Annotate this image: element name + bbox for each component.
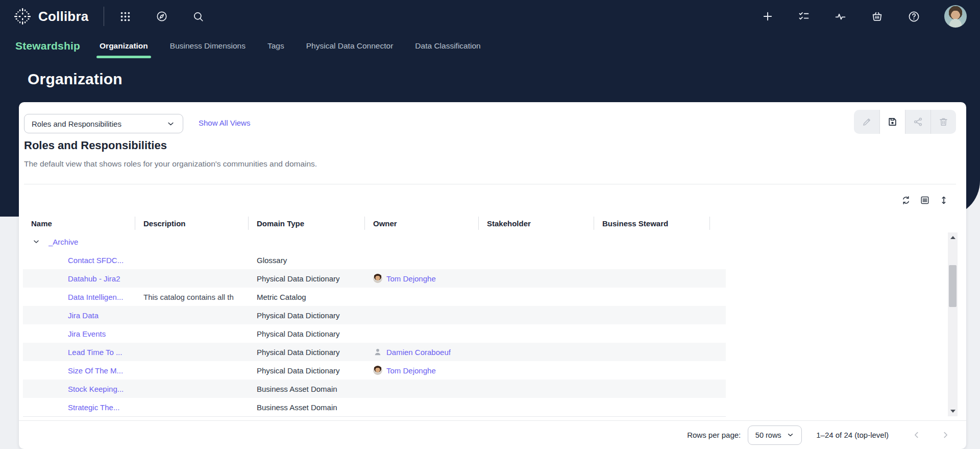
column-header-business-steward[interactable]: Business Steward <box>594 215 710 232</box>
section-tabbar: Stewardship OrganizationBusiness Dimensi… <box>0 33 980 59</box>
column-header-description[interactable]: Description <box>135 215 249 232</box>
view-select-dropdown[interactable]: Roles and Responsibilities <box>24 114 183 133</box>
search-icon[interactable] <box>192 11 204 22</box>
business-steward-cell <box>594 324 710 343</box>
asset-link[interactable]: Jira Events <box>68 329 106 338</box>
asset-link[interactable]: Lead Time To ... <box>68 348 122 357</box>
scrollbar-thumb[interactable] <box>949 265 957 307</box>
compass-icon[interactable] <box>156 10 168 22</box>
pencil-icon <box>862 116 872 127</box>
business-steward-cell <box>594 306 710 324</box>
domain-type-cell: Physical Data Dictionary <box>249 343 365 361</box>
stakeholder-cell <box>479 380 594 398</box>
tasks-checklist-icon[interactable] <box>798 10 810 22</box>
share-view-button[interactable] <box>905 110 930 134</box>
table-body: _ArchiveContact SFDC...GlossaryDatahub -… <box>23 232 726 416</box>
table-row: Strategic The...Business Asset Domain <box>23 398 726 416</box>
table-row: Contact SFDC...Glossary <box>23 251 726 269</box>
save-floppy-icon <box>887 116 898 127</box>
refresh-icon[interactable] <box>901 195 911 205</box>
owner-link[interactable]: Tom Dejonghe <box>386 274 436 283</box>
apps-grid-icon[interactable] <box>119 11 131 22</box>
show-all-views-link[interactable]: Show All Views <box>199 119 250 127</box>
stakeholder-cell <box>479 324 594 343</box>
previous-page-button[interactable] <box>911 430 922 440</box>
owner-cell: Tom Dejonghe <box>365 269 479 288</box>
rows-per-page-select[interactable]: 50 rows <box>748 426 802 445</box>
table-row: Jira DataPhysical Data Dictionary <box>23 306 726 324</box>
user-avatar[interactable] <box>944 5 967 28</box>
brand-name: Collibra <box>38 9 88 25</box>
business-steward-cell <box>594 251 710 269</box>
divider <box>24 184 956 184</box>
business-steward-cell <box>594 361 710 380</box>
tab-organization[interactable]: Organization <box>100 33 148 59</box>
activity-pulse-icon[interactable] <box>834 10 847 23</box>
domain-type-cell: Glossary <box>249 251 365 269</box>
asset-link[interactable]: Stock Keeping... <box>68 385 124 393</box>
business-steward-cell <box>594 288 710 306</box>
owner-link[interactable]: Damien Coraboeuf <box>386 348 451 357</box>
asset-link[interactable]: Size Of The M... <box>68 366 123 375</box>
asset-link[interactable]: _Archive <box>48 238 78 246</box>
scroll-down-arrow-icon[interactable] <box>948 407 958 415</box>
asset-link[interactable]: Strategic The... <box>68 403 119 412</box>
asset-link[interactable]: Data Intelligen... <box>68 293 123 301</box>
edit-view-button[interactable] <box>854 110 879 134</box>
description-cell <box>135 306 249 324</box>
plus-icon[interactable] <box>762 10 774 22</box>
delete-view-button[interactable] <box>930 110 956 134</box>
asset-link[interactable]: Datahub - Jira2 <box>68 274 120 283</box>
description-cell <box>135 343 249 361</box>
table-footer: Rows per page: 50 rows 1–24 of 24 (top-l… <box>19 421 966 449</box>
owner-cell: Damien Coraboeuf <box>365 343 479 361</box>
domain-type-cell: Business Asset Domain <box>249 380 365 398</box>
column-header-domain-type[interactable]: Domain Type <box>249 215 365 232</box>
table-toolbar <box>901 195 949 205</box>
column-header-stakeholder[interactable]: Stakeholder <box>479 215 594 232</box>
asset-link[interactable]: Contact SFDC... <box>68 256 124 265</box>
chevron-left-icon <box>911 430 922 440</box>
owner-cell <box>365 232 479 251</box>
description-cell <box>135 324 249 343</box>
help-icon[interactable] <box>908 10 920 23</box>
chevron-down-icon <box>166 119 176 129</box>
tab-data-classification[interactable]: Data Classification <box>415 33 480 59</box>
stakeholder-cell <box>479 306 594 324</box>
table-scrollbar[interactable] <box>948 232 958 416</box>
view-select-value: Roles and Responsibilities <box>32 120 162 128</box>
table-row: Size Of The M...Physical Data Dictionary… <box>23 361 726 380</box>
row-expander-chevron-down-icon[interactable] <box>32 238 40 246</box>
scroll-up-arrow-icon[interactable] <box>948 233 958 242</box>
person-silhouette-icon <box>373 347 382 357</box>
owner-link[interactable]: Tom Dejonghe <box>386 366 436 375</box>
asset-link[interactable]: Jira Data <box>68 311 99 320</box>
table-settings-icon[interactable] <box>920 195 930 205</box>
stakeholder-cell <box>479 269 594 288</box>
name-cell: Jira Data <box>23 306 135 324</box>
user-avatar <box>373 366 382 375</box>
collibra-brand[interactable]: Collibra <box>13 7 88 26</box>
tab-business-dimensions[interactable]: Business Dimensions <box>170 33 246 59</box>
description-text: This catalog contains all th <box>143 293 234 301</box>
description-cell <box>135 251 249 269</box>
owner-cell <box>365 398 479 416</box>
tab-tags[interactable]: Tags <box>267 33 284 59</box>
column-header-name[interactable]: Name <box>23 215 135 232</box>
tab-physical-data-connector[interactable]: Physical Data Connector <box>306 33 394 59</box>
table-row: Lead Time To ...Physical Data Dictionary… <box>23 343 726 361</box>
section-label: Stewardship <box>15 40 80 52</box>
stakeholder-cell <box>479 232 594 251</box>
name-cell: Lead Time To ... <box>23 343 135 361</box>
column-header-owner[interactable]: Owner <box>365 215 479 232</box>
stakeholder-cell <box>479 361 594 380</box>
name-cell: Stock Keeping... <box>23 380 135 398</box>
page-title: Organization <box>28 70 122 88</box>
basket-icon[interactable] <box>871 10 884 23</box>
domain-type-cell: Physical Data Dictionary <box>249 324 365 343</box>
row-height-icon[interactable] <box>939 195 949 205</box>
next-page-button[interactable] <box>940 430 951 440</box>
save-view-button[interactable] <box>879 110 905 134</box>
name-cell: Data Intelligen... <box>23 288 135 306</box>
description-cell <box>135 232 249 251</box>
